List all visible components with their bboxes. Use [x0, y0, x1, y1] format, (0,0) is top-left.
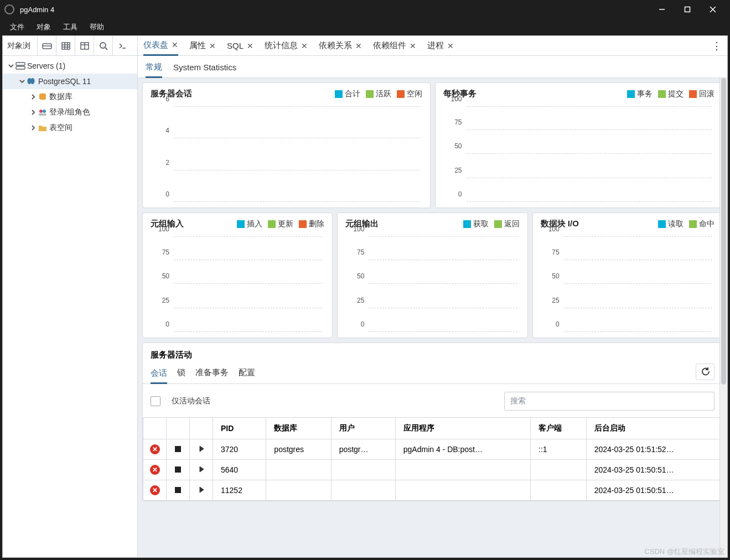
search-objects-icon[interactable] — [94, 36, 112, 55]
y-tick: 100 — [353, 225, 364, 233]
tree-tablespaces[interactable]: 表空间 — [3, 120, 137, 136]
col-application[interactable]: 应用程序 — [395, 418, 530, 439]
filter-rows-icon[interactable] — [75, 36, 94, 55]
legend-swatch — [689, 220, 697, 228]
expand-row-icon[interactable] — [190, 439, 213, 460]
refresh-button[interactable] — [696, 364, 715, 380]
activity-tab-config[interactable]: 配置 — [239, 367, 255, 383]
view-data-icon[interactable] — [56, 36, 75, 55]
y-tick: 4 — [165, 127, 169, 134]
close-icon[interactable]: ✕ — [410, 42, 416, 50]
col-pid[interactable]: PID — [213, 418, 266, 439]
close-icon[interactable]: ✕ — [247, 42, 253, 50]
terminate-session-icon[interactable] — [175, 466, 181, 473]
close-icon[interactable]: ✕ — [355, 42, 362, 50]
window-maximize-button[interactable] — [675, 0, 700, 19]
tree-servers[interactable]: Servers (1) — [3, 58, 137, 74]
tree-label: Servers (1) — [27, 61, 65, 70]
search-input[interactable]: 搜索 — [504, 392, 715, 411]
terminate-session-icon[interactable] — [175, 446, 181, 452]
chart-tuples-in: 元组输入 插入 更新 删除 0 25 50 75 10 — [142, 212, 333, 338]
tab-dependents[interactable]: 依赖组件✕ — [373, 36, 416, 56]
vertical-scrollbar[interactable] — [719, 78, 727, 557]
activity-tab-prepared[interactable]: 准备事务 — [195, 367, 229, 383]
tab-processes[interactable]: 进程✕ — [427, 36, 454, 56]
col-database[interactable]: 数据库 — [266, 418, 331, 439]
tab-label: 进程 — [427, 40, 444, 51]
close-icon[interactable]: ✕ — [301, 42, 308, 50]
col-user[interactable]: 用户 — [331, 418, 395, 439]
close-icon[interactable]: ✕ — [172, 40, 178, 49]
tree-server-postgresql[interactable]: PostgreSQL 11 — [3, 74, 137, 89]
filter-bar: 仅活动会话 搜索 — [143, 384, 722, 417]
tab-label: 统计信息 — [265, 40, 298, 51]
table-row[interactable]: ✕ 11252 2024-03-25 01:50:51… — [143, 480, 722, 501]
activity-tab-sessions[interactable]: 会话 — [151, 368, 167, 384]
legend-label: 获取 — [473, 219, 489, 229]
chevron-right-icon — [29, 94, 37, 100]
legend-swatch — [335, 90, 343, 98]
tab-dashboard[interactable]: 仪表盘✕ — [143, 36, 178, 56]
app-logo-icon — [4, 4, 14, 14]
y-tick: 50 — [552, 272, 559, 280]
legend-swatch — [689, 90, 697, 98]
active-only-checkbox[interactable] — [151, 396, 161, 406]
table-row[interactable]: ✕ 3720 postgres postgr… pgAdmin 4 - DB:p… — [143, 439, 722, 460]
psql-tool-icon[interactable] — [112, 36, 131, 55]
tree-databases[interactable]: 数据库 — [3, 89, 137, 105]
main-panel: 仪表盘✕ 属性✕ SQL✕ 统计信息✕ 依赖关系✕ 依赖组件✕ 进程✕ ⋮ 常规… — [138, 36, 727, 557]
svg-rect-1 — [685, 7, 690, 12]
cancel-query-icon[interactable]: ✕ — [150, 465, 160, 475]
y-tick: 75 — [552, 248, 559, 256]
tab-properties[interactable]: 属性✕ — [189, 36, 216, 56]
close-icon[interactable]: ✕ — [447, 42, 454, 50]
legend-label: 事务 — [637, 89, 653, 99]
y-tick: 50 — [454, 142, 462, 150]
svg-line-15 — [105, 48, 107, 50]
window-close-button[interactable] — [700, 0, 726, 19]
col-client[interactable]: 客户端 — [530, 418, 586, 439]
tab-dependencies[interactable]: 依赖关系✕ — [319, 36, 362, 56]
elephant-icon — [26, 77, 37, 86]
tab-sql[interactable]: SQL✕ — [227, 36, 253, 56]
chart-transactions-per-second: 每秒事务 事务 提交 回滚 0 25 50 75 10 — [435, 82, 723, 208]
chart-block-io: 数据块 I/O 读取 命中 0 25 50 75 100 — [532, 212, 723, 338]
legend-label: 提交 — [668, 89, 684, 99]
subtab-general[interactable]: 常规 — [146, 62, 162, 78]
tab-statistics[interactable]: 统计信息✕ — [265, 36, 308, 56]
cancel-query-icon[interactable]: ✕ — [150, 485, 160, 495]
sessions-table: PID 数据库 用户 应用程序 客户端 后台启动 ✕ 3720 p — [143, 417, 722, 501]
menu-tools[interactable]: 工具 — [58, 20, 83, 34]
window-minimize-button[interactable] — [649, 0, 675, 19]
legend-label: 更新 — [278, 219, 293, 229]
legend-label: 回滚 — [699, 89, 715, 99]
terminate-session-icon[interactable] — [175, 487, 181, 493]
cell-db — [266, 460, 331, 480]
menu-object[interactable]: 对象 — [31, 20, 56, 34]
subtab-system-statistics[interactable]: System Statistics — [173, 63, 236, 77]
legend-label: 活跃 — [376, 89, 391, 99]
cell-start: 2024-03-25 01:50:51… — [586, 480, 722, 501]
scrollbar-thumb[interactable] — [721, 78, 726, 385]
close-icon[interactable]: ✕ — [209, 42, 216, 50]
svg-marker-25 — [200, 487, 204, 492]
expand-row-icon[interactable] — [190, 480, 213, 501]
y-tick: 0 — [556, 320, 560, 328]
tree-login-roles[interactable]: 登录/组角色 — [3, 105, 137, 120]
tabs-overflow-icon[interactable]: ⋮ — [712, 40, 722, 52]
menu-help[interactable]: 帮助 — [84, 20, 110, 34]
expand-row-icon[interactable] — [190, 460, 213, 480]
object-tree: Servers (1) PostgreSQL 11 数据库 登录/组角色 表空间 — [3, 56, 137, 136]
database-icon — [37, 92, 48, 101]
col-backend-start[interactable]: 后台启动 — [586, 418, 722, 439]
cell-pid: 3720 — [213, 439, 266, 460]
window-title: pgAdmin 4 — [20, 6, 649, 14]
query-tool-icon[interactable] — [37, 36, 56, 55]
active-only-label: 仅活动会话 — [172, 396, 210, 406]
activity-tab-locks[interactable]: 锁 — [177, 367, 185, 383]
cancel-query-icon[interactable]: ✕ — [150, 444, 160, 454]
menu-file[interactable]: 文件 — [4, 20, 30, 34]
tab-label: 属性 — [189, 40, 206, 51]
table-row[interactable]: ✕ 5640 2024-03-25 01:50:51… — [143, 460, 722, 480]
y-tick: 0 — [165, 190, 169, 198]
